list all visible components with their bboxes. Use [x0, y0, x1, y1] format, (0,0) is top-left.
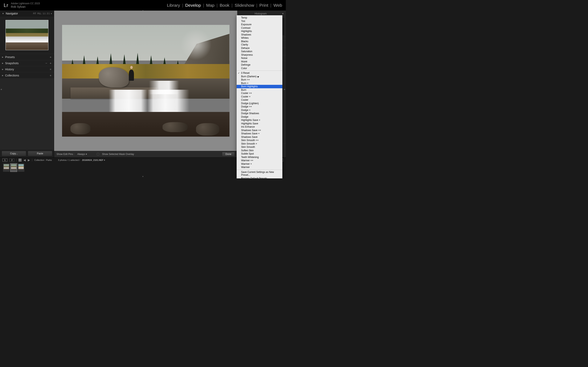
module-picker: Library| Develop| Map| Book| Slideshow| … [167, 3, 282, 8]
menu-item[interactable]: Highlights Save + [237, 118, 282, 122]
history-panel-header[interactable]: ▶ History × [0, 66, 54, 72]
zoom-1to1[interactable]: 1:1 [43, 12, 45, 15]
current-filename[interactable]: 20160924_2101.NEF ▾ [82, 159, 105, 161]
menu-item[interactable]: Burn ++ [237, 78, 282, 82]
presets-panel-header[interactable]: ▶ Presets + [0, 54, 54, 60]
menu-item[interactable]: Restore Default Presets [237, 177, 282, 179]
add-icon[interactable]: + [50, 55, 52, 59]
menu-item[interactable]: Warmer [237, 166, 282, 169]
menu-item[interactable]: Dodge + [237, 108, 282, 112]
menu-item[interactable]: Teeth Whitening [237, 156, 282, 159]
menu-item[interactable]: Shadows Save ++ [237, 129, 282, 132]
menu-item[interactable]: Burn [237, 88, 282, 92]
menu-item[interactable]: Shadows Save [237, 135, 282, 139]
navigator-header[interactable]: ▼ Navigator FIT FILL 1:1 2:1 ▾ [0, 11, 54, 16]
menu-item[interactable]: Dodge [237, 115, 282, 119]
menu-item[interactable]: Subtle Spot [237, 152, 282, 156]
grid-view-icon[interactable] [18, 159, 21, 161]
menu-item[interactable]: Whites [237, 36, 282, 40]
zoom-menu-icon[interactable]: ▾ [51, 12, 52, 15]
menu-item[interactable]: Cooler ++ [237, 92, 282, 95]
copy-button[interactable]: Copy... [2, 151, 26, 156]
menu-item[interactable]: Contrast [237, 26, 282, 30]
disclosure-triangle-icon: ▶ [2, 56, 3, 58]
module-library[interactable]: Library [167, 3, 180, 8]
menu-item[interactable]: Highlights [237, 30, 282, 33]
menu-item[interactable]: Exposure [237, 23, 282, 26]
filmstrip-thumb[interactable] [3, 163, 10, 172]
photo-count: 3 photos / 1 selected / [58, 159, 80, 161]
paste-button[interactable]: Paste [28, 151, 52, 156]
disclosure-triangle-icon[interactable]: ▼ [2, 12, 4, 15]
menu-item[interactable]: Skin Smooth + [237, 142, 282, 146]
filmstrip-thumb[interactable] [17, 163, 25, 172]
menu-item[interactable]: Burn + [237, 82, 282, 85]
module-map[interactable]: Map [206, 3, 215, 8]
tool-options-bar: Show Edit Pins : Always ▾ Show Selected … [54, 151, 237, 157]
section-label: Collections [5, 74, 47, 77]
prev-photo-icon[interactable]: ◀ [24, 158, 26, 162]
menu-item[interactable]: Dodge ++ [237, 105, 282, 108]
navigator-title: Navigator [6, 12, 31, 15]
menu-item[interactable]: Burn Highlights [237, 85, 282, 88]
collection-breadcrumb[interactable]: Collection : Parks [34, 159, 52, 161]
menu-item[interactable]: Dodge Shadows [237, 112, 282, 115]
module-print[interactable]: Print [259, 3, 268, 8]
done-button[interactable]: Done [222, 152, 235, 156]
menu-item[interactable]: Shadows Save + [237, 132, 282, 135]
menu-item[interactable]: Cooler [237, 98, 282, 102]
zoom-custom[interactable]: 2:1 [47, 12, 50, 15]
module-web[interactable]: Web [273, 3, 282, 8]
menu-item[interactable]: Defringe [237, 63, 282, 67]
overlay-checkbox[interactable] [97, 153, 99, 155]
section-label: Presets [5, 55, 47, 59]
menu-item[interactable]: Cooler + [237, 95, 282, 99]
menu-item[interactable]: Warmer + [237, 162, 282, 166]
window-page-2[interactable]: 2 [9, 158, 14, 162]
app-logo: Lr [4, 2, 8, 8]
menu-item[interactable]: 0 Reset [237, 71, 282, 75]
add-icon[interactable]: + [50, 61, 52, 65]
clear-icon[interactable]: × [50, 67, 52, 71]
panel-collapse-left-icon[interactable]: ◀ [0, 88, 2, 90]
menu-item[interactable]: Dehaze [237, 47, 282, 50]
menu-item[interactable]: Noise [237, 57, 282, 60]
menu-item[interactable]: Iris Enhance [237, 125, 282, 129]
menu-item[interactable]: Color [237, 67, 282, 70]
menu-item[interactable]: Saturation [237, 50, 282, 53]
menu-item[interactable]: Temp [237, 16, 282, 20]
menu-item[interactable]: Dodge (Lighten) [237, 102, 282, 105]
menu-item[interactable]: Highlights Save [237, 122, 282, 125]
menu-item[interactable]: Skin Smooth [237, 145, 282, 149]
navigator-thumbnail[interactable] [6, 20, 48, 50]
menu-item[interactable]: Moiré [237, 60, 282, 63]
menu-item[interactable]: Tint [237, 20, 282, 23]
collections-panel-header[interactable]: ▶ Collections + [0, 72, 54, 78]
section-label: History [5, 68, 47, 71]
module-develop[interactable]: Develop [185, 3, 201, 8]
zoom-fill[interactable]: FILL [37, 12, 42, 15]
zoom-fit[interactable]: FIT [33, 12, 36, 15]
remove-icon[interactable]: − [45, 61, 47, 65]
menu-item[interactable]: Warmer ++ [237, 159, 282, 162]
panel-collapse-right-icon[interactable]: ▶ [284, 88, 285, 90]
menu-item[interactable]: Sharpness [237, 53, 282, 57]
filmstrip-thumb[interactable] [10, 163, 17, 172]
menu-item[interactable]: Blacks [237, 40, 282, 43]
next-photo-icon[interactable]: ▶ [28, 158, 30, 162]
module-slideshow[interactable]: Slideshow [234, 3, 254, 8]
menu-item[interactable]: Soften Skin [237, 149, 282, 152]
panel-collapse-bottom-icon[interactable]: ▼ [142, 175, 144, 178]
menu-item[interactable]: Clarity [237, 43, 282, 47]
menu-item[interactable]: Skin Smooth ++ [237, 139, 282, 142]
center-canvas: Show Edit Pins : Always ▾ Show Selected … [54, 11, 237, 157]
edit-pins-dropdown[interactable]: Always ▾ [77, 153, 87, 156]
window-page-1[interactable]: 1 [2, 158, 7, 162]
photo-preview[interactable] [62, 25, 229, 137]
section-label: Snapshots [5, 62, 43, 65]
menu-item[interactable]: Shadows [237, 33, 282, 36]
snapshots-panel-header[interactable]: ▶ Snapshots − + [0, 60, 54, 66]
module-book[interactable]: Book [220, 3, 229, 8]
menu-item[interactable]: Save Current Settings as New Preset... [237, 170, 282, 177]
add-icon[interactable]: + [50, 74, 52, 77]
